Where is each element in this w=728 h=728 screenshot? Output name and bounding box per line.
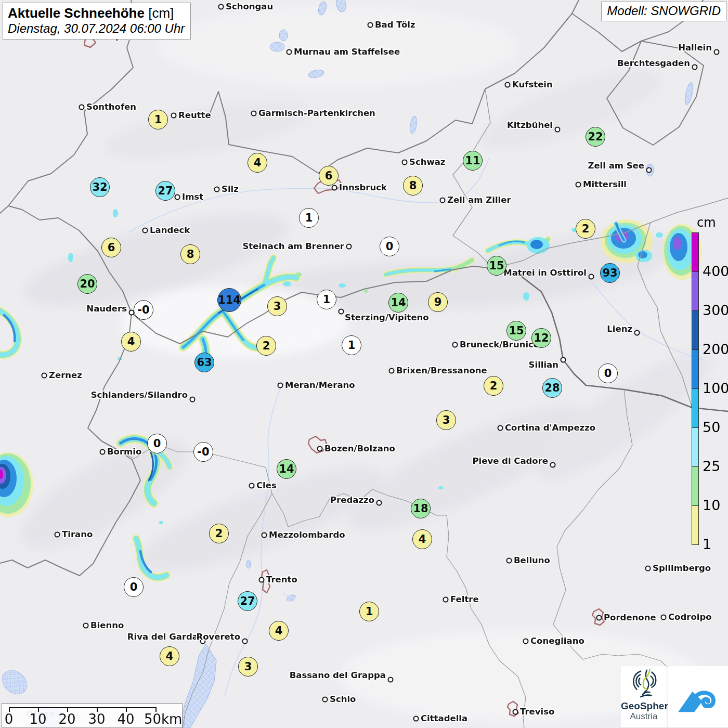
station-value: 15 bbox=[506, 321, 526, 341]
scalebar-label: 40 bbox=[117, 711, 134, 727]
station-value: 15 bbox=[487, 256, 506, 276]
geosphere-logo: GeoSphere Austria bbox=[621, 666, 667, 727]
station-value: 63 bbox=[194, 353, 214, 372]
station-value: 2 bbox=[256, 336, 276, 356]
station-value: 93 bbox=[600, 263, 620, 283]
station-value: 3 bbox=[267, 296, 287, 316]
station-value: 8 bbox=[180, 244, 200, 264]
scalebar-label: 20 bbox=[58, 711, 75, 727]
station-value: 8 bbox=[403, 176, 423, 196]
station-value: 1 bbox=[148, 110, 168, 129]
station-value: 12 bbox=[531, 328, 551, 348]
legend-tick-label: 25 bbox=[703, 459, 720, 473]
station-value: 2 bbox=[209, 524, 229, 543]
geosphere-contour-icon bbox=[628, 666, 660, 698]
station-value: 22 bbox=[586, 127, 605, 147]
station-value: 4 bbox=[160, 646, 179, 666]
station-value: 0 bbox=[598, 363, 618, 383]
station-value: 2 bbox=[484, 376, 503, 396]
mountain-logo bbox=[668, 666, 728, 727]
legend-tick-label: 10 bbox=[703, 498, 720, 512]
legend-segment bbox=[692, 466, 699, 506]
station-value: 9 bbox=[428, 292, 448, 312]
station-value: 32 bbox=[90, 177, 110, 197]
station-value: 0 bbox=[124, 577, 144, 597]
title-unit: [cm] bbox=[148, 5, 174, 21]
legend-tick-label: 50 bbox=[703, 420, 720, 434]
station-value: 3 bbox=[436, 410, 456, 430]
station-layer: 1468112232271268015932011431149-04151221… bbox=[0, 0, 728, 728]
station-value: 6 bbox=[319, 166, 339, 186]
station-value: 4 bbox=[269, 621, 289, 641]
title-box: Aktuelle Schneehöhe [cm] Dienstag, 30.07… bbox=[3, 3, 191, 40]
station-value: 14 bbox=[388, 293, 408, 313]
scalebar-label: 30 bbox=[88, 711, 105, 727]
station-value: 4 bbox=[412, 529, 432, 549]
station-value: 1 bbox=[317, 290, 336, 309]
station-value: 2 bbox=[576, 219, 595, 239]
station-value: 27 bbox=[238, 591, 257, 611]
legend-segment bbox=[692, 388, 699, 428]
legend-tick-label: 100 bbox=[703, 381, 728, 395]
legend: cm 4003002001005025101 bbox=[692, 233, 699, 545]
station-value: 27 bbox=[155, 181, 175, 201]
station-value: -0 bbox=[193, 442, 213, 462]
map-title: Aktuelle Schneehöhe [cm] bbox=[8, 5, 185, 21]
legend-segment bbox=[692, 310, 699, 350]
station-value: 3 bbox=[238, 657, 258, 677]
legend-tick-label: 300 bbox=[703, 303, 728, 317]
station-value: 14 bbox=[277, 459, 296, 479]
legend-tick-label: 1 bbox=[703, 537, 711, 551]
station-value: 20 bbox=[77, 274, 97, 294]
geosphere-name: GeoSphere bbox=[621, 701, 667, 711]
snow-map: SchongauBad TölzKemptenMurnau am Staffel… bbox=[0, 0, 728, 728]
title-text: Aktuelle Schneehöhe bbox=[8, 5, 145, 21]
scalebar-line bbox=[9, 707, 156, 708]
station-value: 11 bbox=[463, 151, 483, 171]
station-value: 0 bbox=[147, 434, 167, 453]
mountain-icon bbox=[675, 679, 720, 715]
legend-tick-label: 200 bbox=[703, 342, 728, 356]
station-value: 1 bbox=[359, 602, 379, 621]
legend-segment bbox=[692, 427, 699, 467]
station-value: 6 bbox=[101, 238, 121, 257]
station-value: 4 bbox=[248, 153, 267, 173]
scalebar-label: 0 bbox=[5, 711, 14, 727]
legend-segment bbox=[692, 232, 699, 272]
station-value: 1 bbox=[342, 335, 361, 355]
map-subtitle: Dienstag, 30.07.2024 06:00 Uhr bbox=[8, 21, 185, 36]
station-value: 1 bbox=[299, 208, 319, 228]
legend-unit: cm bbox=[697, 215, 716, 230]
scalebar-label: 50km bbox=[144, 711, 182, 727]
legend-colorbar bbox=[692, 232, 699, 545]
station-value: 18 bbox=[411, 499, 431, 518]
legend-tick-label: 400 bbox=[703, 264, 728, 278]
geosphere-country: Austria bbox=[621, 711, 667, 722]
station-value: 114 bbox=[217, 288, 241, 312]
legend-segment bbox=[692, 271, 699, 311]
station-value: 0 bbox=[380, 237, 399, 256]
model-label: Modell: SNOWGRID bbox=[601, 2, 726, 21]
scalebar-label: 10 bbox=[29, 711, 46, 727]
station-value: 4 bbox=[121, 332, 141, 352]
legend-segment bbox=[692, 349, 699, 389]
station-value: 28 bbox=[542, 378, 562, 398]
station-value: -0 bbox=[134, 300, 153, 320]
legend-segment bbox=[692, 505, 699, 545]
scalebar: 01020304050km bbox=[2, 703, 183, 728]
